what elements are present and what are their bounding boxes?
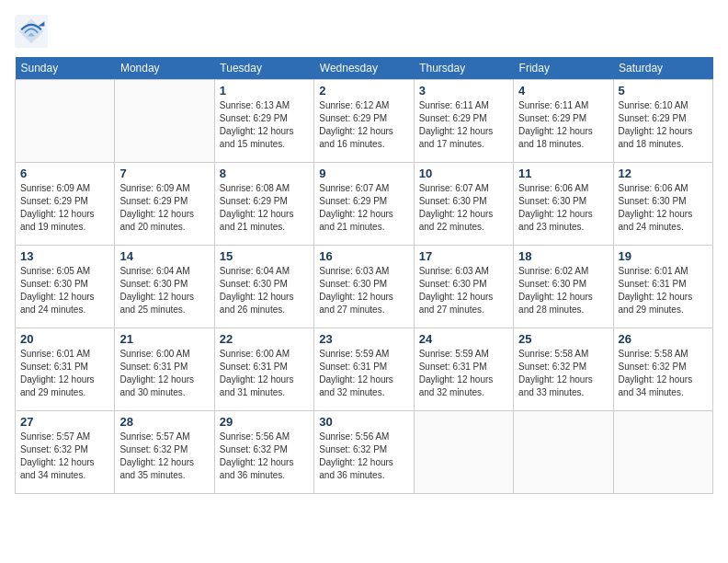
calendar-day-cell: 12Sunrise: 6:06 AM Sunset: 6:30 PM Dayli…: [613, 163, 712, 246]
day-info: Sunrise: 6:07 AM Sunset: 6:29 PM Dayligh…: [319, 182, 408, 234]
day-info: Sunrise: 6:06 AM Sunset: 6:30 PM Dayligh…: [518, 182, 608, 234]
logo-icon: [15, 15, 48, 48]
calendar-day-cell: 9Sunrise: 6:07 AM Sunset: 6:29 PM Daylig…: [314, 163, 414, 246]
day-number: 8: [220, 167, 309, 180]
calendar-header-row: SundayMondayTuesdayWednesdayThursdayFrid…: [16, 57, 713, 80]
day-number: 20: [20, 332, 109, 346]
day-number: 22: [220, 332, 309, 346]
day-info: Sunrise: 6:10 AM Sunset: 6:29 PM Dayligh…: [619, 99, 708, 151]
day-number: 26: [619, 332, 708, 346]
day-number: 27: [20, 415, 109, 429]
calendar-day-cell: 4Sunrise: 6:11 AM Sunset: 6:29 PM Daylig…: [514, 80, 613, 163]
day-number: 4: [518, 84, 608, 98]
day-info: Sunrise: 6:06 AM Sunset: 6:30 PM Dayligh…: [619, 182, 708, 234]
day-info: Sunrise: 6:03 AM Sunset: 6:30 PM Dayligh…: [319, 265, 408, 316]
day-info: Sunrise: 5:59 AM Sunset: 6:31 PM Dayligh…: [319, 348, 408, 399]
day-number: 2: [319, 84, 408, 98]
day-number: 5: [619, 84, 708, 98]
day-info: Sunrise: 6:02 AM Sunset: 6:30 PM Dayligh…: [518, 265, 608, 316]
day-info: Sunrise: 6:09 AM Sunset: 6:29 PM Dayligh…: [20, 182, 109, 234]
calendar-day-cell: 15Sunrise: 6:04 AM Sunset: 6:30 PM Dayli…: [214, 246, 313, 328]
day-info: Sunrise: 5:58 AM Sunset: 6:32 PM Dayligh…: [619, 348, 708, 399]
day-info: Sunrise: 5:56 AM Sunset: 6:32 PM Dayligh…: [319, 431, 408, 482]
calendar-day-cell: 21Sunrise: 6:00 AM Sunset: 6:31 PM Dayli…: [115, 328, 214, 411]
calendar-day-header: Tuesday: [214, 57, 313, 80]
day-number: 15: [220, 249, 309, 263]
calendar-day-cell: 2Sunrise: 6:12 AM Sunset: 6:29 PM Daylig…: [314, 80, 414, 163]
day-info: Sunrise: 5:58 AM Sunset: 6:32 PM Dayligh…: [518, 348, 608, 399]
day-number: 23: [319, 332, 408, 346]
calendar-day-header: Wednesday: [314, 57, 414, 80]
logo: [15, 15, 51, 48]
calendar-day-cell: 13Sunrise: 6:05 AM Sunset: 6:30 PM Dayli…: [16, 246, 115, 328]
calendar-week-row: 1Sunrise: 6:13 AM Sunset: 6:29 PM Daylig…: [16, 80, 713, 163]
day-number: 12: [619, 167, 708, 180]
calendar-day-cell: 18Sunrise: 6:02 AM Sunset: 6:30 PM Dayli…: [514, 246, 613, 328]
day-info: Sunrise: 5:57 AM Sunset: 6:32 PM Dayligh…: [20, 431, 109, 482]
calendar-day-cell: 23Sunrise: 5:59 AM Sunset: 6:31 PM Dayli…: [314, 328, 414, 411]
day-number: 29: [220, 415, 309, 429]
calendar-week-row: 6Sunrise: 6:09 AM Sunset: 6:29 PM Daylig…: [16, 163, 713, 246]
calendar-day-header: Saturday: [613, 57, 712, 80]
calendar-day-cell: 3Sunrise: 6:11 AM Sunset: 6:29 PM Daylig…: [414, 80, 513, 163]
day-number: 14: [119, 249, 209, 263]
day-info: Sunrise: 6:13 AM Sunset: 6:29 PM Dayligh…: [220, 99, 309, 151]
day-number: 1: [220, 84, 309, 98]
calendar-day-cell: 14Sunrise: 6:04 AM Sunset: 6:30 PM Dayli…: [115, 246, 214, 328]
calendar-day-cell: 28Sunrise: 5:57 AM Sunset: 6:32 PM Dayli…: [115, 411, 214, 494]
day-info: Sunrise: 6:04 AM Sunset: 6:30 PM Dayligh…: [220, 265, 309, 316]
day-info: Sunrise: 6:11 AM Sunset: 6:29 PM Dayligh…: [518, 99, 608, 151]
day-number: 17: [419, 249, 508, 263]
day-number: 10: [419, 167, 508, 180]
calendar-day-cell: 25Sunrise: 5:58 AM Sunset: 6:32 PM Dayli…: [514, 328, 613, 411]
day-number: 16: [319, 249, 408, 263]
calendar-week-row: 27Sunrise: 5:57 AM Sunset: 6:32 PM Dayli…: [16, 411, 713, 494]
calendar-day-cell: 10Sunrise: 6:07 AM Sunset: 6:30 PM Dayli…: [414, 163, 513, 246]
calendar-day-cell: [16, 80, 115, 163]
day-info: Sunrise: 6:01 AM Sunset: 6:31 PM Dayligh…: [20, 348, 109, 399]
day-number: 19: [619, 249, 708, 263]
calendar-day-cell: [613, 411, 712, 494]
calendar-day-header: Sunday: [16, 57, 115, 80]
day-info: Sunrise: 6:00 AM Sunset: 6:31 PM Dayligh…: [220, 348, 309, 399]
day-info: Sunrise: 5:56 AM Sunset: 6:32 PM Dayligh…: [220, 431, 309, 482]
calendar-week-row: 20Sunrise: 6:01 AM Sunset: 6:31 PM Dayli…: [16, 328, 713, 411]
day-info: Sunrise: 5:57 AM Sunset: 6:32 PM Dayligh…: [119, 431, 209, 482]
calendar-day-cell: 27Sunrise: 5:57 AM Sunset: 6:32 PM Dayli…: [16, 411, 115, 494]
calendar-day-cell: 19Sunrise: 6:01 AM Sunset: 6:31 PM Dayli…: [613, 246, 712, 328]
day-info: Sunrise: 6:12 AM Sunset: 6:29 PM Dayligh…: [319, 99, 408, 151]
day-info: Sunrise: 5:59 AM Sunset: 6:31 PM Dayligh…: [419, 348, 508, 399]
calendar-day-cell: 17Sunrise: 6:03 AM Sunset: 6:30 PM Dayli…: [414, 246, 513, 328]
day-number: 18: [518, 249, 608, 263]
calendar-day-cell: 20Sunrise: 6:01 AM Sunset: 6:31 PM Dayli…: [16, 328, 115, 411]
day-number: 11: [518, 167, 608, 180]
day-info: Sunrise: 6:11 AM Sunset: 6:29 PM Dayligh…: [419, 99, 508, 151]
day-number: 25: [518, 332, 608, 346]
day-number: 13: [20, 249, 109, 263]
calendar-day-header: Thursday: [414, 57, 513, 80]
day-number: 24: [419, 332, 508, 346]
calendar-day-header: Monday: [115, 57, 214, 80]
day-info: Sunrise: 6:09 AM Sunset: 6:29 PM Dayligh…: [119, 182, 209, 234]
calendar-day-cell: 8Sunrise: 6:08 AM Sunset: 6:29 PM Daylig…: [214, 163, 313, 246]
calendar-day-cell: 24Sunrise: 5:59 AM Sunset: 6:31 PM Dayli…: [414, 328, 513, 411]
calendar-day-cell: 29Sunrise: 5:56 AM Sunset: 6:32 PM Dayli…: [214, 411, 313, 494]
day-number: 30: [319, 415, 408, 429]
calendar-day-cell: [514, 411, 613, 494]
calendar-day-cell: 16Sunrise: 6:03 AM Sunset: 6:30 PM Dayli…: [314, 246, 414, 328]
calendar-day-cell: 1Sunrise: 6:13 AM Sunset: 6:29 PM Daylig…: [214, 80, 313, 163]
calendar-week-row: 13Sunrise: 6:05 AM Sunset: 6:30 PM Dayli…: [16, 246, 713, 328]
calendar-day-header: Friday: [514, 57, 613, 80]
header: [15, 15, 713, 48]
day-info: Sunrise: 6:07 AM Sunset: 6:30 PM Dayligh…: [419, 182, 508, 234]
day-info: Sunrise: 6:01 AM Sunset: 6:31 PM Dayligh…: [619, 265, 708, 316]
day-number: 9: [319, 167, 408, 180]
calendar-day-cell: [414, 411, 513, 494]
day-number: 28: [119, 415, 209, 429]
day-info: Sunrise: 6:00 AM Sunset: 6:31 PM Dayligh…: [119, 348, 209, 399]
day-info: Sunrise: 6:03 AM Sunset: 6:30 PM Dayligh…: [419, 265, 508, 316]
calendar-day-cell: [115, 80, 214, 163]
day-number: 21: [119, 332, 209, 346]
calendar-table: SundayMondayTuesdayWednesdayThursdayFrid…: [15, 57, 713, 494]
calendar-day-cell: 26Sunrise: 5:58 AM Sunset: 6:32 PM Dayli…: [613, 328, 712, 411]
